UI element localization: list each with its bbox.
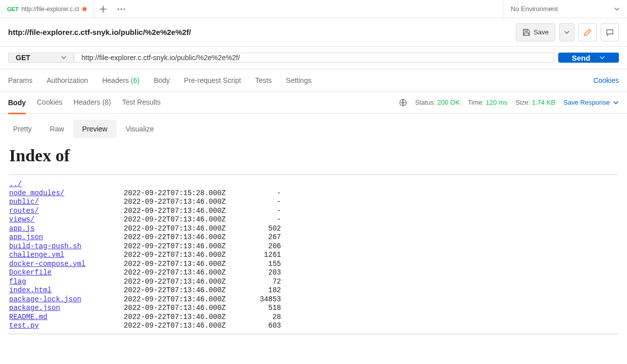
tab-headers-count: (6) — [131, 76, 140, 84]
size-value: 1.74 KB — [532, 99, 555, 106]
pencil-icon — [584, 28, 592, 36]
file-link[interactable]: docker-compose.yml — [9, 260, 85, 268]
resp-tab-headers[interactable]: Headers (8) — [74, 98, 111, 107]
file-link[interactable]: challenge.yml — [9, 251, 64, 259]
view-pretty[interactable]: Pretty — [4, 120, 41, 138]
request-titlebar: http://file-explorer.c.ctf-snyk.io/publi… — [0, 18, 627, 47]
send-button[interactable]: Send — [558, 53, 619, 63]
tab-settings[interactable]: Settings — [286, 76, 311, 84]
request-subtabs: Params Authorization Headers (6) Body Pr… — [0, 69, 627, 92]
method-select[interactable]: GET — [8, 53, 74, 63]
request-row: GET Send — [0, 47, 627, 69]
method-value: GET — [16, 54, 30, 62]
chevron-down-icon — [564, 29, 570, 35]
file-link[interactable]: app.js — [9, 224, 34, 233]
directory-listing: ../ node_modules/ 2022-09-22T07:15:28.00… — [9, 180, 618, 331]
edit-button[interactable] — [578, 23, 597, 41]
svg-point-0 — [117, 8, 119, 10]
view-visualize[interactable]: Visualize — [116, 120, 163, 138]
save-label: Save — [533, 28, 549, 36]
comments-button[interactable] — [601, 23, 619, 41]
view-preview[interactable]: Preview — [73, 120, 117, 138]
file-link[interactable]: README.md — [9, 313, 48, 321]
time-label: Time: — [468, 99, 484, 106]
divider — [9, 334, 618, 334]
status-value: 200 OK — [437, 99, 460, 106]
file-link[interactable]: public/ — [9, 198, 39, 206]
status-label: Status: — [415, 99, 435, 106]
url-input[interactable] — [80, 53, 548, 62]
save-button[interactable]: Save — [516, 23, 555, 41]
view-raw[interactable]: Raw — [41, 120, 73, 138]
response-subtabs: Body Cookies Headers (8) Test Results St… — [0, 92, 627, 114]
save-response-label: Save Response — [563, 99, 610, 106]
resp-tab-headers-count: (8) — [102, 98, 111, 106]
file-link[interactable]: routes/ — [9, 207, 39, 215]
unsaved-dot-icon — [82, 7, 86, 11]
tab-prerequest[interactable]: Pre-request Script — [184, 76, 241, 84]
divider — [9, 174, 618, 175]
send-label: Send — [572, 54, 591, 62]
file-link[interactable]: views/ — [9, 215, 34, 223]
tab-headers[interactable]: Headers (6) — [102, 76, 140, 84]
tab-url: http://file-explorer.c.ct — [22, 6, 79, 13]
resp-tab-headers-label: Headers — [74, 98, 101, 106]
request-tab[interactable]: GET http://file-explorer.c.ct — [0, 0, 94, 18]
svg-point-2 — [123, 8, 125, 10]
chevron-down-icon — [599, 55, 605, 61]
tab-headers-label: Headers — [102, 76, 129, 84]
time-value: 120 ms — [486, 99, 508, 106]
tab-strip: GET http://file-explorer.c.ct No Environ… — [0, 0, 627, 18]
network-icon[interactable] — [399, 99, 407, 107]
file-link[interactable]: index.html — [9, 286, 52, 294]
url-input-wrap — [74, 53, 554, 63]
environment-select[interactable]: No Environment — [503, 0, 627, 18]
file-link[interactable]: package-lock.json — [9, 295, 81, 303]
file-link[interactable]: app.json — [9, 233, 43, 241]
request-title: http://file-explorer.c.ctf-snyk.io/publi… — [8, 28, 191, 36]
size-label: Size: — [515, 99, 530, 106]
save-icon — [522, 28, 530, 36]
new-tab-button[interactable] — [94, 0, 112, 18]
chevron-down-icon — [613, 100, 619, 106]
tab-tests[interactable]: Tests — [255, 76, 272, 84]
file-link[interactable]: node_modules/ — [9, 189, 64, 197]
tab-overflow-button[interactable] — [112, 0, 130, 18]
svg-point-1 — [120, 8, 122, 10]
save-response-button[interactable]: Save Response — [563, 99, 619, 106]
file-link[interactable]: build-tag-push.sh — [9, 242, 81, 250]
save-menu-button[interactable] — [559, 23, 574, 41]
environment-label: No Environment — [511, 5, 558, 13]
file-link[interactable]: test.py — [9, 322, 39, 330]
preview-pane: Index of ../ node_modules/ 2022-09-22T07… — [0, 140, 627, 348]
tab-params[interactable]: Params — [8, 76, 32, 84]
comment-icon — [606, 28, 614, 36]
file-link[interactable]: ../ — [9, 180, 22, 188]
chevron-down-icon — [614, 6, 620, 12]
file-link[interactable]: flag — [9, 278, 26, 286]
cookies-link[interactable]: Cookies — [593, 76, 619, 84]
resp-tab-cookies[interactable]: Cookies — [37, 98, 63, 107]
file-link[interactable]: package.json — [9, 304, 60, 312]
resp-tab-body[interactable]: Body — [8, 99, 26, 114]
tab-body[interactable]: Body — [154, 76, 170, 84]
index-title: Index of — [9, 146, 618, 165]
chevron-down-icon — [61, 55, 67, 61]
tab-method: GET — [7, 6, 19, 12]
tab-authorization[interactable]: Authorization — [47, 76, 88, 84]
body-view-tabs: Pretty Raw Preview Visualize — [0, 114, 627, 140]
file-link[interactable]: Dockerfile — [9, 268, 52, 277]
resp-tab-test-results[interactable]: Test Results — [122, 98, 161, 107]
